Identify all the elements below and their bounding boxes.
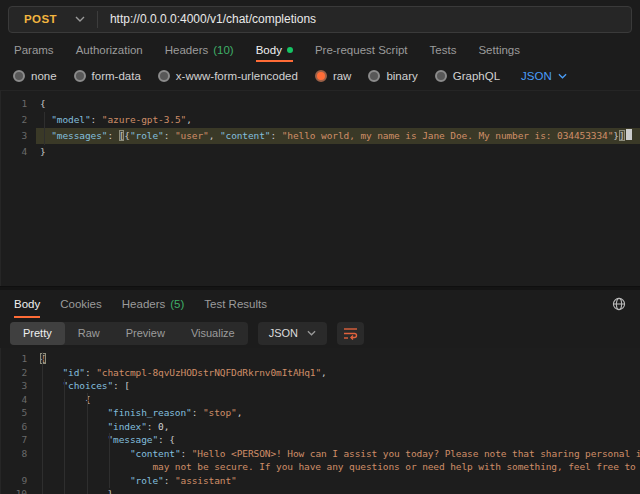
line-content: "model": "azure-gpt-3.5",: [36, 112, 640, 128]
url-input[interactable]: http://0.0.0.0:4000/v1/chat/completions: [110, 12, 316, 26]
radio-icon: [435, 70, 447, 82]
code-line[interactable]: 2 "model": "azure-gpt-3.5",: [0, 112, 640, 128]
text-cursor: [626, 129, 632, 140]
indent-guide: [64, 379, 65, 494]
view-visualize[interactable]: Visualize: [178, 322, 248, 345]
tab-label: Settings: [478, 44, 520, 56]
tab-label: Authorization: [76, 44, 143, 56]
code-line[interactable]: 8 "content": "Hello <PERSON>! How can I …: [0, 447, 640, 461]
body-mode-label: none: [31, 70, 57, 82]
method-label: POST: [24, 13, 57, 25]
request-tab-authorization[interactable]: Authorization: [76, 38, 143, 62]
tab-label: Test Results: [204, 298, 267, 310]
response-tab-body[interactable]: Body: [14, 290, 40, 318]
response-tab-headers[interactable]: Headers(5): [122, 290, 185, 318]
indent-guide: [109, 433, 110, 488]
response-tabs-row: BodyCookiesHeaders(5)Test Results: [0, 290, 640, 318]
line-content: }: [36, 487, 640, 494]
code-line[interactable]: 3 "choices": [: [0, 379, 640, 393]
line-content: "finish_reason": "stop",: [36, 406, 640, 420]
request-language-select[interactable]: JSON: [521, 70, 567, 82]
response-language-select[interactable]: JSON: [258, 322, 327, 345]
response-tab-cookies[interactable]: Cookies: [60, 290, 102, 318]
response-tab-test-results[interactable]: Test Results: [204, 290, 267, 318]
wrap-text-button[interactable]: [337, 322, 364, 345]
line-number: [0, 460, 36, 474]
radio-icon: [74, 70, 86, 82]
tab-label: Params: [14, 44, 54, 56]
body-mode-label: GraphQL: [453, 70, 500, 82]
code-line[interactable]: 9 "role": "assistant": [0, 474, 640, 488]
request-tab-body[interactable]: Body: [256, 38, 293, 62]
body-mode-label: form-data: [92, 70, 141, 82]
text-wrap-icon: [343, 327, 358, 340]
body-mode-graphql[interactable]: GraphQL: [435, 70, 500, 82]
line-number: 2: [0, 112, 36, 128]
request-url-bar: POST http://0.0.0.0:4000/v1/chat/complet…: [0, 0, 640, 38]
tab-label: Pre-request Script: [315, 44, 408, 56]
tab-label: Headers: [165, 44, 208, 56]
divider: [97, 11, 98, 28]
view-raw[interactable]: Raw: [65, 322, 113, 345]
code-line[interactable]: 4 {: [0, 393, 640, 407]
request-tab-settings[interactable]: Settings: [478, 38, 520, 62]
method-select[interactable]: POST: [9, 13, 97, 25]
code-line[interactable]: 1{: [0, 96, 640, 112]
line-number: 1: [0, 352, 36, 366]
line-content: "messages": [{"role": "user", "content":…: [36, 128, 640, 144]
response-body-editor[interactable]: 1{2 "id": "chatcmpl-8qvUzHODstrNQFDdRkrn…: [0, 348, 640, 494]
body-mode-label: x-www-form-urlencoded: [176, 70, 298, 82]
body-mode-binary[interactable]: binary: [368, 70, 417, 82]
radio-icon: [368, 70, 380, 82]
body-mode-form-data[interactable]: form-data: [74, 70, 141, 82]
request-tab-headers[interactable]: Headers(10): [165, 38, 234, 62]
line-number: 9: [0, 474, 36, 488]
line-content: "message": {: [36, 433, 640, 447]
code-line[interactable]: 6 "index": 0,: [0, 420, 640, 434]
response-tabs: BodyCookiesHeaders(5)Test Results: [14, 290, 267, 318]
line-content: may not be secure. If you have any quest…: [36, 460, 640, 474]
line-content: }: [36, 144, 640, 160]
view-preview[interactable]: Preview: [113, 322, 178, 345]
code-line[interactable]: 5 "finish_reason": "stop",: [0, 406, 640, 420]
radio-icon: [13, 70, 25, 82]
response-toolbar: PrettyRawPreviewVisualize JSON: [0, 318, 640, 348]
line-content: "index": 0,: [36, 420, 640, 434]
body-mode-label: binary: [386, 70, 417, 82]
code-line[interactable]: 7 "message": {: [0, 433, 640, 447]
line-number: 3: [0, 379, 36, 393]
view-pretty[interactable]: Pretty: [10, 322, 65, 345]
chevron-down-icon: [558, 73, 567, 79]
line-number: 1: [0, 96, 36, 112]
body-mode-label: raw: [333, 70, 352, 82]
body-mode-none[interactable]: none: [13, 70, 57, 82]
request-tab-pre-request-script[interactable]: Pre-request Script: [315, 38, 408, 62]
radio-icon: [315, 70, 327, 82]
request-body-editor[interactable]: 1{2 "model": "azure-gpt-3.5",3 "messages…: [0, 90, 640, 286]
code-line[interactable]: 1{: [0, 352, 640, 366]
line-number: 5: [0, 406, 36, 420]
url-input-container: POST http://0.0.0.0:4000/v1/chat/complet…: [8, 6, 632, 33]
code-line[interactable]: 4}: [0, 144, 640, 160]
line-number: 3: [0, 128, 36, 144]
line-number: 2: [0, 366, 36, 380]
body-mode-raw[interactable]: raw: [315, 70, 352, 82]
network-status-button[interactable]: [612, 297, 626, 311]
indent-guide: [44, 112, 45, 145]
request-tab-params[interactable]: Params: [14, 38, 54, 62]
body-content-dot-icon: [287, 47, 293, 53]
indent-guide: [42, 352, 43, 494]
body-mode-row: noneform-datax-www-form-urlencodedrawbin…: [0, 62, 640, 90]
code-line[interactable]: 2 "id": "chatcmpl-8qvUzHODstrNQFDdRkrnv0…: [0, 366, 640, 380]
line-content: "role": "assistant": [36, 474, 640, 488]
body-mode-x-www-form-urlencoded[interactable]: x-www-form-urlencoded: [158, 70, 298, 82]
line-number: 8: [0, 447, 36, 461]
line-number: 7: [0, 433, 36, 447]
code-line[interactable]: may not be secure. If you have any quest…: [0, 460, 640, 474]
code-line[interactable]: 10 }: [0, 487, 640, 494]
tab-label: Tests: [430, 44, 457, 56]
code-line[interactable]: 3 "messages": [{"role": "user", "content…: [0, 128, 640, 144]
request-tab-tests[interactable]: Tests: [430, 38, 457, 62]
line-content: "id": "chatcmpl-8qvUzHODstrNQFDdRkrnv0mI…: [36, 366, 640, 380]
line-content: "choices": [: [36, 379, 640, 393]
